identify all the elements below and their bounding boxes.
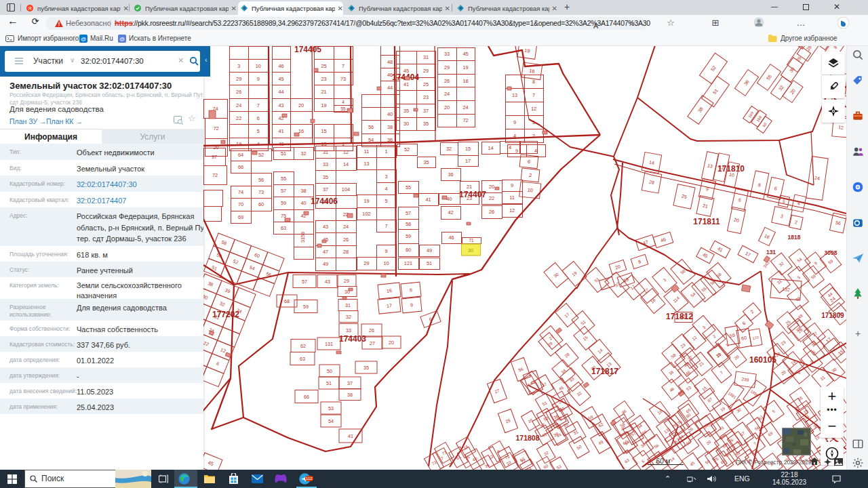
svg-text:9: 9 (410, 302, 414, 308)
svg-text:41: 41 (278, 128, 283, 134)
svg-text:24: 24 (343, 224, 349, 230)
svg-text:9: 9 (257, 76, 260, 82)
svg-text:33: 33 (323, 161, 328, 167)
svg-text:29: 29 (423, 68, 429, 74)
svg-text:60: 60 (254, 252, 260, 258)
svg-text:53: 53 (686, 385, 692, 392)
svg-text:21: 21 (467, 184, 472, 190)
svg-text:40: 40 (446, 196, 452, 202)
svg-text:3: 3 (384, 174, 387, 180)
svg-text:54: 54 (690, 291, 696, 298)
svg-text:20: 20 (614, 264, 621, 270)
svg-text:26: 26 (489, 209, 494, 215)
svg-text:32: 32 (346, 314, 351, 320)
svg-text:59: 59 (281, 200, 286, 206)
svg-text:10: 10 (256, 63, 261, 69)
svg-text:239: 239 (741, 377, 749, 383)
svg-text:133: 133 (752, 336, 759, 341)
svg-text:52: 52 (404, 146, 410, 152)
svg-text:55: 55 (406, 184, 411, 190)
svg-text:13: 13 (488, 453, 494, 460)
svg-text:63: 63 (300, 356, 305, 362)
svg-text:5: 5 (384, 198, 387, 204)
svg-text:59: 59 (730, 333, 736, 338)
svg-text:32: 32 (446, 146, 452, 152)
svg-text:68: 68 (284, 298, 290, 304)
svg-text:22: 22 (203, 340, 210, 346)
svg-text:52: 52 (233, 258, 239, 264)
svg-text:2: 2 (794, 220, 797, 225)
svg-text:51: 51 (541, 400, 548, 407)
svg-text:59: 59 (827, 258, 834, 265)
svg-text:42: 42 (448, 209, 453, 216)
svg-text:60: 60 (762, 122, 767, 127)
svg-text:19: 19 (524, 47, 530, 54)
svg-text:6: 6 (774, 186, 777, 191)
svg-text:63: 63 (624, 458, 631, 464)
svg-text:2: 2 (749, 309, 755, 314)
svg-text:62: 62 (300, 343, 306, 349)
svg-text:6: 6 (738, 197, 741, 203)
svg-text:20: 20 (780, 369, 787, 376)
svg-text:27: 27 (494, 388, 500, 394)
svg-text:54: 54 (249, 265, 256, 271)
svg-text:58: 58 (670, 352, 677, 359)
svg-text:38: 38 (387, 124, 393, 130)
svg-text:21: 21 (702, 203, 708, 209)
svg-text:32: 32 (300, 150, 306, 157)
svg-text:@: @ (119, 36, 125, 42)
svg-text:70: 70 (238, 201, 243, 207)
svg-text:10: 10 (505, 460, 512, 466)
svg-text:55: 55 (281, 176, 286, 182)
svg-text:1881: 1881 (728, 391, 737, 399)
svg-text:9: 9 (515, 148, 518, 154)
svg-text:27: 27 (811, 330, 818, 337)
svg-text:31: 31 (572, 429, 579, 436)
svg-text:58: 58 (715, 272, 722, 279)
svg-text:4: 4 (797, 201, 800, 206)
svg-text:60: 60 (542, 463, 549, 470)
svg-text:56: 56 (835, 220, 841, 226)
svg-text:23: 23 (423, 94, 429, 100)
svg-text:26: 26 (369, 327, 374, 333)
svg-text:43: 43 (278, 102, 283, 108)
svg-text:46: 46 (620, 408, 627, 415)
svg-text:17: 17 (564, 312, 570, 319)
svg-text:28: 28 (343, 249, 349, 255)
svg-text:38: 38 (347, 392, 353, 398)
svg-text:53: 53 (328, 405, 334, 411)
svg-text:16: 16 (387, 287, 393, 294)
svg-text:25: 25 (321, 63, 326, 69)
svg-text:11: 11 (509, 195, 515, 201)
svg-text:14: 14 (597, 348, 604, 354)
svg-text:6: 6 (741, 321, 747, 326)
svg-text:35: 35 (423, 159, 429, 165)
svg-text:50: 50 (327, 368, 332, 374)
svg-text:20: 20 (444, 104, 450, 110)
svg-text:52: 52 (258, 152, 264, 158)
svg-text:60: 60 (406, 247, 411, 253)
svg-text:20: 20 (733, 354, 740, 361)
svg-text:48: 48 (387, 59, 393, 65)
svg-text:3: 3 (780, 214, 783, 219)
svg-text:49: 49 (323, 261, 328, 267)
svg-text:174405: 174405 (294, 46, 321, 54)
svg-text:35: 35 (323, 174, 328, 180)
svg-text:51: 51 (326, 380, 332, 386)
svg-text:71: 71 (469, 238, 474, 243)
svg-text:59: 59 (704, 458, 711, 465)
svg-text:38: 38 (300, 188, 306, 194)
svg-text:50: 50 (576, 444, 583, 451)
svg-text:132: 132 (782, 287, 790, 292)
svg-text:19: 19 (462, 64, 468, 70)
svg-text:13: 13 (363, 161, 369, 167)
svg-text:1818: 1818 (788, 234, 801, 241)
svg-text:10: 10 (527, 187, 533, 194)
svg-text:@: @ (81, 36, 86, 42)
svg-text:73: 73 (340, 76, 346, 82)
svg-text:31: 31 (345, 302, 351, 308)
svg-text:32: 32 (542, 450, 549, 457)
svg-text:26: 26 (236, 89, 241, 95)
svg-text:12: 12 (343, 149, 349, 155)
svg-text:20: 20 (789, 88, 796, 95)
